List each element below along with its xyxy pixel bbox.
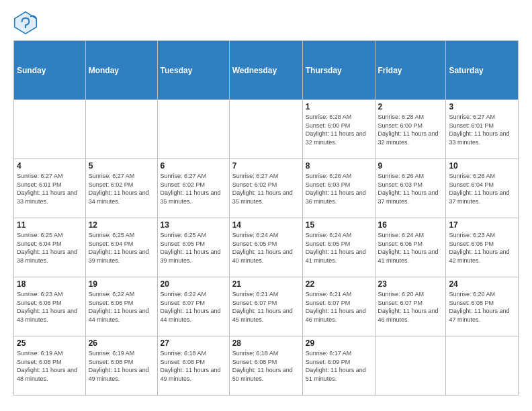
calendar-week-row: 25Sunrise: 6:19 AMSunset: 6:08 PMDayligh… [14, 336, 519, 396]
calendar-cell: 15Sunrise: 6:24 AMSunset: 6:05 PMDayligh… [302, 218, 375, 277]
day-info: Sunrise: 6:25 AMSunset: 6:05 PMDaylight:… [161, 231, 226, 265]
calendar-week-row: 4Sunrise: 6:27 AMSunset: 6:01 PMDaylight… [14, 159, 519, 218]
calendar-cell [14, 100, 86, 159]
day-info: Sunrise: 6:26 AMSunset: 6:04 PMDaylight:… [449, 172, 515, 205]
calendar-week-row: 11Sunrise: 6:25 AMSunset: 6:04 PMDayligh… [14, 218, 519, 277]
calendar-cell: 4Sunrise: 6:27 AMSunset: 6:01 PMDaylight… [14, 159, 86, 218]
calendar-week-row: 18Sunrise: 6:23 AMSunset: 6:06 PMDayligh… [14, 277, 519, 336]
day-number: 2 [378, 102, 443, 111]
calendar-cell [85, 100, 157, 159]
weekday-header: Friday [375, 41, 446, 100]
calendar-cell: 3Sunrise: 6:27 AMSunset: 6:01 PMDaylight… [446, 100, 519, 159]
day-number: 6 [161, 161, 226, 171]
day-number: 1 [306, 102, 372, 111]
day-info: Sunrise: 6:20 AMSunset: 6:08 PMDaylight:… [449, 290, 515, 324]
day-number: 11 [17, 220, 83, 230]
day-number: 15 [306, 220, 372, 230]
calendar-table: SundayMondayTuesdayWednesdayThursdayFrid… [13, 40, 519, 396]
weekday-header: Wednesday [229, 41, 302, 100]
calendar-cell: 27Sunrise: 6:18 AMSunset: 6:08 PMDayligh… [157, 336, 229, 396]
calendar-cell: 7Sunrise: 6:27 AMSunset: 6:02 PMDaylight… [229, 159, 302, 218]
weekday-header: Saturday [446, 41, 519, 100]
day-info: Sunrise: 6:23 AMSunset: 6:06 PMDaylight:… [449, 231, 515, 265]
day-number: 17 [449, 220, 515, 230]
day-info: Sunrise: 6:21 AMSunset: 6:07 PMDaylight:… [232, 290, 300, 324]
day-info: Sunrise: 6:26 AMSunset: 6:03 PMDaylight:… [378, 172, 443, 205]
calendar-cell [375, 336, 446, 396]
day-number: 24 [449, 279, 515, 289]
day-number: 25 [17, 338, 83, 348]
day-number: 27 [161, 338, 226, 348]
day-info: Sunrise: 6:25 AMSunset: 6:04 PMDaylight:… [89, 231, 154, 265]
day-info: Sunrise: 6:19 AMSunset: 6:08 PMDaylight:… [89, 349, 154, 383]
calendar-cell: 29Sunrise: 6:17 AMSunset: 6:09 PMDayligh… [302, 336, 375, 396]
calendar-cell: 25Sunrise: 6:19 AMSunset: 6:08 PMDayligh… [14, 336, 86, 396]
day-info: Sunrise: 6:26 AMSunset: 6:03 PMDaylight:… [306, 172, 372, 205]
calendar-cell: 10Sunrise: 6:26 AMSunset: 6:04 PMDayligh… [446, 159, 519, 218]
calendar-cell: 28Sunrise: 6:18 AMSunset: 6:08 PMDayligh… [229, 336, 302, 396]
day-info: Sunrise: 6:24 AMSunset: 6:05 PMDaylight:… [232, 231, 300, 265]
calendar-header-row: SundayMondayTuesdayWednesdayThursdayFrid… [14, 41, 519, 100]
day-number: 26 [89, 338, 154, 348]
day-info: Sunrise: 6:27 AMSunset: 6:01 PMDaylight:… [449, 113, 515, 146]
day-number: 29 [306, 338, 372, 348]
day-number: 9 [378, 161, 443, 171]
day-number: 28 [232, 338, 300, 348]
day-number: 18 [17, 279, 83, 289]
day-number: 8 [306, 161, 372, 171]
calendar-week-row: 1Sunrise: 6:28 AMSunset: 6:00 PMDaylight… [14, 100, 519, 159]
day-number: 23 [378, 279, 443, 289]
weekday-header: Monday [85, 41, 157, 100]
day-number: 16 [378, 220, 443, 230]
calendar-cell: 21Sunrise: 6:21 AMSunset: 6:07 PMDayligh… [229, 277, 302, 336]
weekday-header: Sunday [14, 41, 86, 100]
calendar-cell [446, 336, 519, 396]
calendar-cell: 9Sunrise: 6:26 AMSunset: 6:03 PMDaylight… [375, 159, 446, 218]
calendar-cell: 22Sunrise: 6:21 AMSunset: 6:07 PMDayligh… [302, 277, 375, 336]
weekday-header: Thursday [302, 41, 375, 100]
calendar-cell: 19Sunrise: 6:22 AMSunset: 6:06 PMDayligh… [85, 277, 157, 336]
calendar-cell [229, 100, 302, 159]
calendar-cell: 23Sunrise: 6:20 AMSunset: 6:07 PMDayligh… [375, 277, 446, 336]
calendar-cell: 13Sunrise: 6:25 AMSunset: 6:05 PMDayligh… [157, 218, 229, 277]
calendar-cell [157, 100, 229, 159]
day-info: Sunrise: 6:25 AMSunset: 6:04 PMDaylight:… [17, 231, 83, 265]
day-info: Sunrise: 6:17 AMSunset: 6:09 PMDaylight:… [306, 349, 372, 383]
day-info: Sunrise: 6:28 AMSunset: 6:00 PMDaylight:… [378, 113, 443, 146]
day-info: Sunrise: 6:24 AMSunset: 6:05 PMDaylight:… [306, 231, 372, 265]
day-number: 12 [89, 220, 154, 230]
day-number: 19 [89, 279, 154, 289]
calendar-cell: 11Sunrise: 6:25 AMSunset: 6:04 PMDayligh… [14, 218, 86, 277]
day-info: Sunrise: 6:22 AMSunset: 6:06 PMDaylight:… [89, 290, 154, 324]
day-info: Sunrise: 6:19 AMSunset: 6:08 PMDaylight:… [17, 349, 83, 383]
calendar-cell: 26Sunrise: 6:19 AMSunset: 6:08 PMDayligh… [85, 336, 157, 396]
calendar-cell: 2Sunrise: 6:28 AMSunset: 6:00 PMDaylight… [375, 100, 446, 159]
day-number: 14 [232, 220, 300, 230]
day-info: Sunrise: 6:22 AMSunset: 6:07 PMDaylight:… [161, 290, 226, 324]
page: SundayMondayTuesdayWednesdayThursdayFrid… [0, 0, 532, 411]
day-info: Sunrise: 6:27 AMSunset: 6:02 PMDaylight:… [89, 172, 154, 205]
day-number: 10 [449, 161, 515, 171]
calendar-cell: 6Sunrise: 6:27 AMSunset: 6:02 PMDaylight… [157, 159, 229, 218]
day-number: 7 [232, 161, 300, 171]
day-info: Sunrise: 6:24 AMSunset: 6:06 PMDaylight:… [378, 231, 443, 265]
calendar-cell: 12Sunrise: 6:25 AMSunset: 6:04 PMDayligh… [85, 218, 157, 277]
calendar-cell: 16Sunrise: 6:24 AMSunset: 6:06 PMDayligh… [375, 218, 446, 277]
weekday-header: Tuesday [157, 41, 229, 100]
calendar-cell: 14Sunrise: 6:24 AMSunset: 6:05 PMDayligh… [229, 218, 302, 277]
calendar-cell: 20Sunrise: 6:22 AMSunset: 6:07 PMDayligh… [157, 277, 229, 336]
day-number: 22 [306, 279, 372, 289]
logo-icon [13, 11, 38, 35]
day-info: Sunrise: 6:18 AMSunset: 6:08 PMDaylight:… [161, 349, 226, 383]
day-info: Sunrise: 6:20 AMSunset: 6:07 PMDaylight:… [378, 290, 443, 324]
logo [13, 11, 40, 35]
day-info: Sunrise: 6:21 AMSunset: 6:07 PMDaylight:… [306, 290, 372, 324]
day-info: Sunrise: 6:23 AMSunset: 6:06 PMDaylight:… [17, 290, 83, 324]
calendar-cell: 1Sunrise: 6:28 AMSunset: 6:00 PMDaylight… [302, 100, 375, 159]
header [13, 11, 519, 35]
day-number: 3 [449, 102, 515, 111]
day-info: Sunrise: 6:27 AMSunset: 6:02 PMDaylight:… [161, 172, 226, 205]
day-info: Sunrise: 6:18 AMSunset: 6:08 PMDaylight:… [232, 349, 300, 383]
calendar-cell: 17Sunrise: 6:23 AMSunset: 6:06 PMDayligh… [446, 218, 519, 277]
calendar-cell: 18Sunrise: 6:23 AMSunset: 6:06 PMDayligh… [14, 277, 86, 336]
